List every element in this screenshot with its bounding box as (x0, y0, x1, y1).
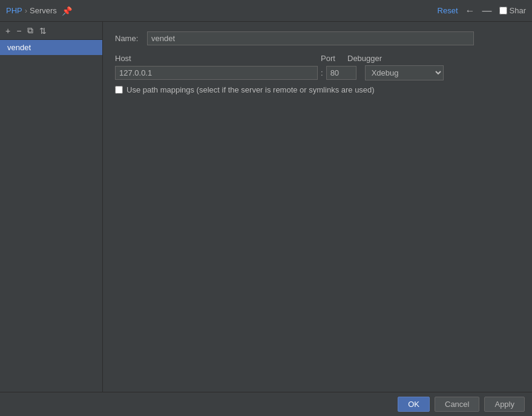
apply-button[interactable]: Apply (484, 397, 525, 412)
host-inputs-row: : Xdebug Zend Debugger (115, 65, 520, 80)
breadcrumb-separator: › (25, 6, 27, 15)
reset-button[interactable]: Reset (438, 6, 458, 15)
sidebar-item-vendet[interactable]: vendet (0, 40, 102, 55)
main-container: + − ⧉ ⇅ vendet Name: Host Port Debugger … (0, 22, 532, 392)
port-input[interactable] (326, 66, 356, 80)
path-mapping-checkbox[interactable] (115, 86, 123, 94)
cancel-button[interactable]: Cancel (435, 397, 479, 412)
breadcrumb: PHP › Servers (6, 6, 57, 15)
top-bar: PHP › Servers 📌 Reset ← — Shar (0, 0, 532, 22)
pin-icon[interactable]: 📌 (59, 5, 74, 17)
colon-separator: : (318, 68, 326, 77)
debugger-select[interactable]: Xdebug Zend Debugger (365, 65, 444, 80)
share-checkbox[interactable] (499, 7, 507, 15)
sidebar-toolbar: + − ⧉ ⇅ (0, 22, 102, 40)
copy-server-button[interactable]: ⧉ (25, 25, 35, 36)
host-label: Host (115, 54, 321, 63)
top-bar-right: Reset ← — Shar (438, 5, 526, 16)
move-server-button[interactable]: ⇅ (38, 25, 48, 36)
sidebar: + − ⧉ ⇅ vendet (0, 22, 103, 392)
name-input[interactable] (147, 31, 474, 45)
host-input[interactable] (115, 66, 318, 80)
add-server-button[interactable]: + (4, 25, 12, 36)
name-row: Name: (115, 31, 520, 45)
top-bar-left: PHP › Servers 📌 (6, 5, 74, 17)
ok-button[interactable]: OK (398, 397, 430, 412)
port-label: Port (321, 54, 339, 63)
path-mapping-label: Use path mappings (select if the server … (126, 85, 375, 94)
debugger-label: Debugger (347, 54, 382, 63)
back-arrow[interactable]: ← (465, 5, 475, 16)
more-icon[interactable]: — (482, 5, 492, 16)
remove-server-button[interactable]: − (15, 25, 23, 36)
path-mapping-row: Use path mappings (select if the server … (115, 85, 520, 94)
breadcrumb-servers: Servers (30, 6, 57, 15)
share-section: Shar (499, 6, 526, 15)
name-label: Name: (115, 34, 142, 43)
host-labels-row: Host Port Debugger (115, 54, 520, 63)
breadcrumb-php[interactable]: PHP (6, 6, 22, 15)
content-area: Name: Host Port Debugger : Xdebug Zend D… (103, 22, 532, 392)
share-label: Shar (510, 6, 526, 15)
bottom-bar: OK Cancel Apply (0, 392, 532, 416)
